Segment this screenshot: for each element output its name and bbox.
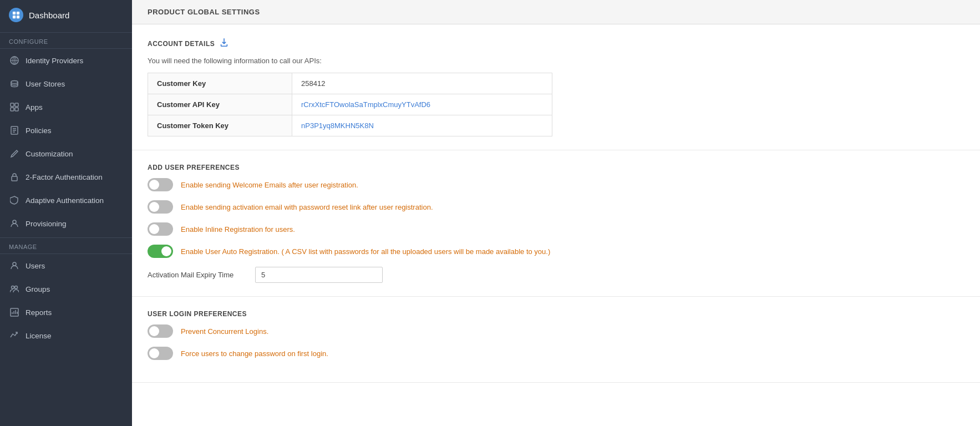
manage-section-label: Manage [0,237,132,253]
expiry-input[interactable] [255,267,383,283]
svg-point-18 [13,220,16,224]
expiry-field-row: Activation Mail Expiry Time [148,267,964,283]
users-label: Users [26,262,45,270]
toggle-welcome-email-slider[interactable] [148,178,173,191]
sidebar-item-apps[interactable]: Apps [0,95,132,119]
toggle-welcome-email[interactable] [148,178,173,191]
toggle-auto-reg-row: Enable User Auto Registration. ( A CSV l… [148,245,964,258]
toggle-concurrent-logins-label: Prevent Concurrent Logins. [181,327,268,336]
2fa-label: 2-Factor Authentication [26,173,103,181]
identity-providers-icon [9,55,20,66]
add-user-preferences-title: ADD USER PREFERENCES [148,164,964,171]
svg-rect-2 [13,16,16,18]
customer-key-value: 258412 [292,73,552,94]
toggle-inline-reg-slider[interactable] [148,222,173,236]
customer-key-label: Customer Key [148,73,292,94]
groups-icon [9,283,20,295]
user-stores-label: User Stores [26,80,65,88]
sidebar-item-2fa[interactable]: 2-Factor Authentication [0,165,132,189]
license-label: License [26,332,52,340]
adaptive-auth-label: Adaptive Authentication [26,196,104,205]
toggle-auto-reg-label: Enable User Auto Registration. ( A CSV l… [181,247,550,256]
account-details-subtitle: You will need the following information … [148,57,964,65]
sidebar-item-policies[interactable]: Policies [0,119,132,142]
toggle-welcome-email-row: Enable sending Welcome Emails after user… [148,178,964,191]
add-user-preferences-section: ADD USER PREFERENCES Enable sending Welc… [132,150,980,297]
sidebar-item-users[interactable]: Users [0,254,132,277]
customer-api-key-value: rCrxXtcFTOwolaSaTmplxCmuyYTvAfD6 [292,94,552,115]
account-details-title: ACCOUNT DETAILS [148,38,964,50]
toggle-force-password-slider[interactable] [148,347,173,360]
main-content: PRODUCT GLOBAL SETTINGS ACCOUNT DETAILS … [132,0,980,426]
svg-point-8 [11,81,18,84]
apps-icon [9,102,20,113]
svg-rect-10 [15,103,18,106]
toggle-auto-reg[interactable] [148,245,173,258]
content-area: ACCOUNT DETAILS You will need the follow… [132,24,980,426]
table-row: Customer Key 258412 [148,73,552,94]
svg-point-21 [15,286,18,289]
page-header: PRODUCT GLOBAL SETTINGS [132,0,980,24]
reports-icon [9,307,20,318]
svg-point-19 [13,262,16,266]
toggle-force-password[interactable] [148,347,173,360]
toggle-force-password-label: Force users to change password on first … [181,349,328,358]
provisioning-label: Provisioning [26,220,67,228]
toggle-activation-email[interactable] [148,200,173,214]
sidebar-item-customization[interactable]: Customization [0,142,132,165]
adaptive-auth-icon [9,195,20,206]
toggle-concurrent-logins[interactable] [148,324,173,338]
sidebar-item-user-stores[interactable]: User Stores [0,72,132,95]
toggle-concurrent-logins-row: Prevent Concurrent Logins. [148,324,964,338]
policies-icon [9,125,20,136]
svg-rect-12 [15,108,18,111]
toggle-activation-email-row: Enable sending activation email with pas… [148,200,964,214]
sidebar-item-provisioning[interactable]: Provisioning [0,212,132,235]
customer-api-key-label: Customer API Key [148,94,292,115]
groups-label: Groups [26,285,50,293]
svg-rect-1 [17,12,19,14]
customization-label: Customization [26,150,73,158]
toggle-welcome-email-label: Enable sending Welcome Emails after user… [181,181,358,189]
sidebar-item-groups[interactable]: Groups [0,277,132,301]
toggle-auto-reg-slider[interactable] [148,245,173,258]
svg-rect-11 [11,108,14,111]
svg-rect-0 [13,12,16,14]
account-details-section: ACCOUNT DETAILS You will need the follow… [132,24,980,150]
download-icon[interactable] [219,38,229,50]
svg-point-20 [12,286,14,289]
sidebar-item-reports[interactable]: Reports [0,301,132,324]
user-stores-icon [9,78,20,89]
toggle-inline-reg-label: Enable Inline Registration for users. [181,225,295,234]
customer-token-key-label: Customer Token Key [148,115,292,136]
dashboard-icon [9,8,23,22]
apps-label: Apps [26,103,43,111]
svg-rect-17 [12,176,17,181]
toggle-concurrent-logins-slider[interactable] [148,324,173,338]
page-title: PRODUCT GLOBAL SETTINGS [148,8,964,16]
customization-icon [9,148,20,159]
sidebar: Dashboard Configure Identity Providers U… [0,0,132,426]
svg-rect-3 [17,16,19,18]
2fa-icon [9,171,20,182]
license-icon [9,330,20,341]
toggle-force-password-row: Force users to change password on first … [148,347,964,360]
account-details-table: Customer Key 258412 Customer API Key rCr… [148,73,552,136]
sidebar-item-identity-providers[interactable]: Identity Providers [0,49,132,72]
sidebar-dashboard-item[interactable]: Dashboard [0,0,132,30]
identity-providers-label: Identity Providers [26,57,83,65]
table-row: Customer Token Key nP3P1yq8MKHN5K8N [148,115,552,136]
sidebar-item-license[interactable]: License [0,324,132,347]
svg-rect-9 [11,103,14,106]
user-login-preferences-title: USER LOGIN PREFERENCES [148,310,964,318]
toggle-inline-reg-row: Enable Inline Registration for users. [148,222,964,236]
configure-section-label: Configure [0,32,132,48]
toggle-activation-email-slider[interactable] [148,200,173,214]
toggle-activation-email-label: Enable sending activation email with pas… [181,203,433,211]
user-login-preferences-section: USER LOGIN PREFERENCES Prevent Concurren… [132,297,980,383]
users-icon [9,260,20,271]
toggle-inline-reg[interactable] [148,222,173,236]
expiry-label: Activation Mail Expiry Time [148,271,247,279]
dashboard-label: Dashboard [29,11,69,20]
sidebar-item-adaptive-auth[interactable]: Adaptive Authentication [0,189,132,212]
